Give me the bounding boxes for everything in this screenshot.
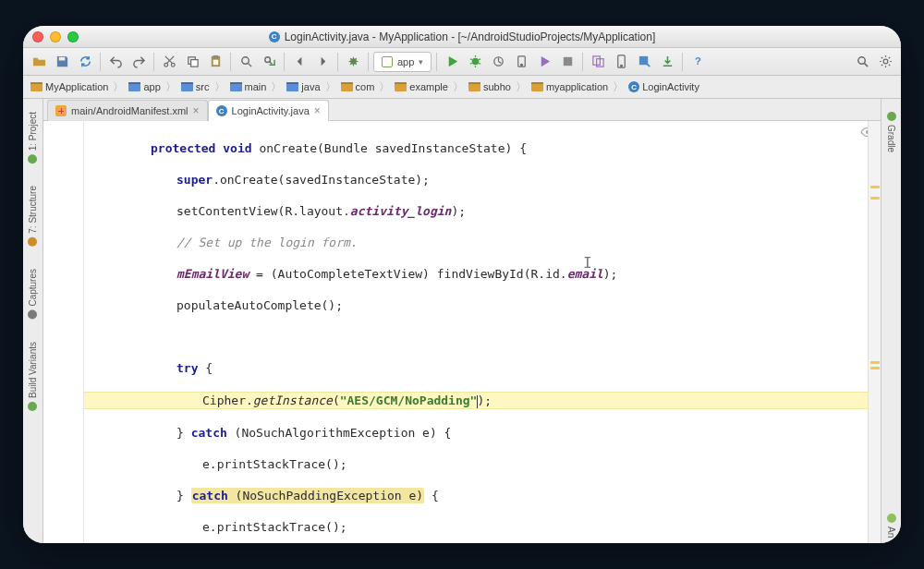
window-title-text: LoginActivity.java - MyApplication - [~/…: [285, 30, 656, 43]
xml-file-icon: [55, 105, 67, 116]
paste-icon[interactable]: [205, 52, 225, 72]
class-icon: C: [216, 105, 227, 116]
search-everywhere-icon[interactable]: [852, 52, 872, 72]
svg-rect-13: [564, 57, 572, 66]
editor-column: main/AndroidManifest.xml × C LoginActivi…: [43, 99, 881, 543]
minimize-window-icon[interactable]: [50, 31, 61, 42]
run-config-label: app: [397, 56, 414, 67]
crumb-app[interactable]: app: [125, 81, 164, 92]
window-title: C LoginActivity.java - MyApplication - […: [23, 30, 901, 43]
file-class-icon: C: [269, 31, 280, 42]
crumb-myapplication-pkg[interactable]: myapplication: [528, 81, 612, 92]
editor-tabs: main/AndroidManifest.xml × C LoginActivi…: [43, 99, 881, 121]
svg-point-7: [241, 57, 249, 65]
line-gutter[interactable]: [43, 121, 84, 543]
dot-icon: [29, 402, 38, 411]
crumb-com[interactable]: com: [337, 81, 379, 92]
sdk-manager-icon[interactable]: [634, 52, 654, 72]
run-with-coverage-icon[interactable]: [534, 52, 554, 72]
editor-body: 1: Project 7: Structure Captures Build V…: [23, 99, 901, 543]
zoom-window-icon[interactable]: [67, 31, 79, 42]
ide-window: C LoginActivity.java - MyApplication - […: [23, 26, 901, 543]
tool-project[interactable]: 1: Project: [28, 106, 38, 169]
download-icon[interactable]: [657, 52, 677, 72]
cut-icon[interactable]: [159, 52, 179, 72]
dot-icon: [887, 112, 896, 121]
overview-ruler[interactable]: [868, 121, 881, 543]
save-icon[interactable]: [52, 52, 72, 72]
android-icon: [887, 514, 896, 523]
profile-icon[interactable]: [488, 52, 508, 72]
svg-point-20: [857, 57, 865, 65]
folder-icon: [286, 82, 298, 91]
undo-icon[interactable]: [105, 52, 126, 72]
close-tab-icon[interactable]: ×: [193, 105, 200, 116]
redo-icon[interactable]: [128, 52, 149, 72]
folder-icon: [395, 82, 407, 91]
layout-inspector-icon[interactable]: [588, 52, 608, 72]
svg-point-1: [171, 63, 175, 67]
copy-icon[interactable]: [182, 52, 202, 72]
help-icon[interactable]: ?: [687, 52, 708, 72]
svg-point-21: [883, 59, 888, 64]
module-icon: [382, 56, 393, 67]
tab-loginactivity[interactable]: C LoginActivity.java ×: [208, 100, 329, 121]
dot-icon: [29, 237, 38, 247]
svg-point-17: [620, 65, 622, 67]
stop-icon[interactable]: [557, 52, 578, 72]
tool-android[interactable]: An: [886, 508, 896, 543]
svg-text:?: ?: [695, 55, 701, 67]
svg-point-12: [520, 64, 522, 66]
highlighted-line: Cipher.getInstance("AES/GCM/NoPadding");: [84, 392, 868, 409]
tab-androidmanifest[interactable]: main/AndroidManifest.xml ×: [47, 100, 208, 121]
crumb-main[interactable]: main: [226, 81, 271, 92]
back-icon[interactable]: [289, 52, 310, 72]
left-tool-stripe: 1: Project 7: Structure Captures Build V…: [23, 99, 43, 543]
crumb-subho[interactable]: subho: [465, 81, 515, 92]
dot-icon: [29, 154, 38, 163]
close-window-icon[interactable]: [32, 31, 43, 42]
crumb-loginactivity[interactable]: CLoginActivity: [625, 81, 703, 92]
tool-structure[interactable]: 7: Structure: [28, 180, 38, 252]
make-icon[interactable]: [343, 52, 363, 72]
tool-build-variants[interactable]: Build Variants: [28, 336, 38, 417]
code-body[interactable]: protected void onCreate(Bundle savedInst…: [84, 121, 868, 543]
folder-icon: [181, 82, 193, 91]
chevron-down-icon: ▾: [419, 57, 423, 67]
svg-rect-3: [190, 60, 198, 67]
svg-rect-6: [213, 60, 218, 66]
class-icon: C: [628, 81, 639, 92]
crumb-java[interactable]: java: [283, 81, 323, 92]
crumb-example[interactable]: example: [391, 81, 452, 92]
folder-icon: [341, 82, 353, 91]
open-icon[interactable]: [29, 52, 49, 72]
run-config-selector[interactable]: app ▾: [373, 52, 432, 72]
right-tool-stripe: Gradle An: [881, 99, 901, 543]
crumb-src[interactable]: src: [177, 81, 213, 92]
forward-icon[interactable]: [312, 52, 333, 72]
tool-gradle[interactable]: Gradle: [886, 106, 896, 158]
run-icon[interactable]: [442, 52, 462, 72]
folder-icon: [531, 82, 543, 91]
main-toolbar: app ▾ ?: [23, 48, 901, 76]
sync-icon[interactable]: [75, 52, 95, 72]
tool-captures[interactable]: Captures: [28, 263, 38, 325]
find-icon[interactable]: [236, 52, 256, 72]
crumb-myapplication[interactable]: MyApplication: [27, 81, 112, 92]
svg-rect-5: [213, 55, 218, 58]
replace-icon[interactable]: [259, 52, 279, 72]
avd-manager-icon[interactable]: [611, 52, 631, 72]
titlebar: C LoginActivity.java - MyApplication - […: [23, 26, 901, 48]
folder-icon: [30, 82, 43, 91]
code-editor[interactable]: protected void onCreate(Bundle savedInst…: [43, 121, 881, 543]
attach-debugger-icon[interactable]: [511, 52, 531, 72]
folder-icon: [128, 82, 140, 91]
folder-icon: [468, 82, 480, 91]
breadcrumb: MyApplication〉 app〉 src〉 main〉 java〉 com…: [23, 76, 901, 99]
tab-label: main/AndroidManifest.xml: [71, 105, 188, 116]
window-controls: [32, 31, 79, 42]
debug-icon[interactable]: [465, 52, 485, 72]
dot-icon: [29, 310, 38, 320]
settings-gear-icon[interactable]: [875, 52, 895, 72]
close-tab-icon[interactable]: ×: [314, 105, 321, 116]
